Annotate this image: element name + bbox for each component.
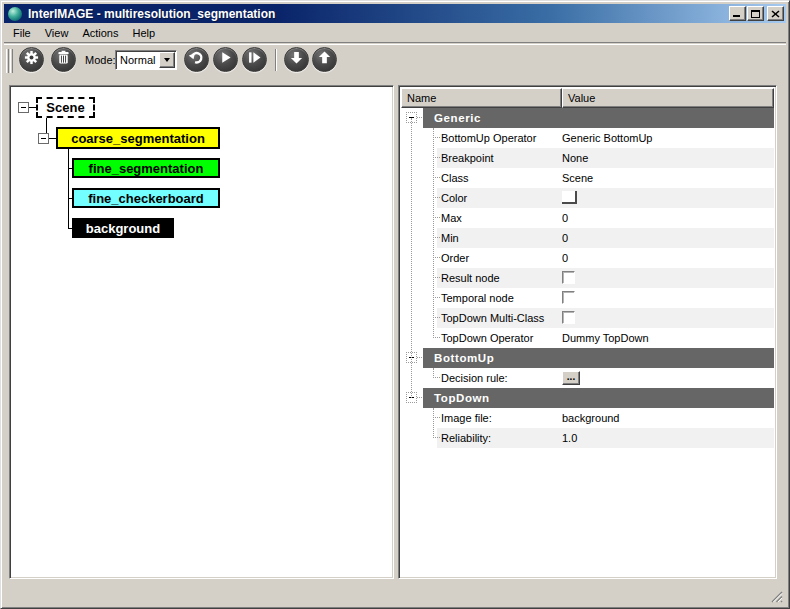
property-row: TopDown OperatorDummy TopDown [401, 328, 774, 348]
tree-node-coarse_segmentation[interactable]: coarse_segmentation [56, 127, 220, 149]
property-row: Color [401, 188, 774, 208]
tree-dotted-connector [433, 257, 440, 258]
property-row: Order0 [401, 248, 774, 268]
toolbar-grip[interactable] [10, 49, 13, 73]
tree-connector [29, 107, 36, 108]
property-name: Max [441, 212, 462, 224]
download-button[interactable] [284, 47, 309, 72]
app-icon [8, 7, 22, 21]
delete-button[interactable] [51, 47, 76, 72]
property-row: Temporal node [401, 288, 774, 308]
row-background [437, 208, 774, 228]
tree-dotted-connector [433, 137, 440, 138]
property-row: Result node [401, 268, 774, 288]
row-background [437, 188, 774, 208]
property-value: Generic BottomUp [562, 132, 652, 144]
section-title: Generic [423, 108, 774, 128]
mode-dropdown[interactable]: Normal [115, 50, 177, 70]
tree-dotted-connector [433, 377, 440, 378]
tree-collapse-toggle[interactable] [38, 133, 49, 144]
property-row: Reliability:1.0 [401, 428, 774, 448]
property-value: 0 [562, 252, 568, 264]
property-name: Temporal node [441, 292, 514, 304]
property-value: background [562, 412, 620, 424]
close-button[interactable] [767, 6, 784, 21]
tree-connector [68, 149, 69, 229]
property-panel: Name Value GenericBottomUp OperatorGener… [398, 85, 777, 579]
property-name: Class [441, 172, 469, 184]
browse-button[interactable]: ... [562, 371, 580, 385]
property-name: TopDown Operator [441, 332, 533, 344]
settings-button[interactable] [19, 47, 44, 72]
maximize-button[interactable] [747, 6, 764, 21]
property-row: TopDown Multi-Class [401, 308, 774, 328]
row-background [437, 228, 774, 248]
section-title: TopDown [423, 388, 774, 408]
color-swatch[interactable] [562, 191, 577, 204]
tree-dotted-connector [433, 177, 440, 178]
property-name: Min [441, 232, 459, 244]
back-icon [189, 50, 204, 69]
property-name: Color [441, 192, 467, 204]
tree-dotted-connector [433, 197, 440, 198]
titlebar[interactable]: InterIMAGE - multiresolution_segmentatio… [4, 4, 786, 23]
download-icon [289, 50, 304, 69]
property-row: Max0 [401, 208, 774, 228]
tree-collapse-toggle[interactable] [18, 102, 29, 113]
mode-dropdown-value: Normal [116, 51, 159, 69]
property-name: BottomUp Operator [441, 132, 536, 144]
window-title: InterIMAGE - multiresolution_segmentatio… [28, 7, 275, 21]
menu-item-file[interactable]: File [13, 27, 31, 39]
property-checkbox[interactable] [562, 291, 575, 304]
property-name: Result node [441, 272, 500, 284]
property-value: None [562, 152, 588, 164]
upload-button[interactable] [312, 47, 337, 72]
property-row: Image file:background [401, 408, 774, 428]
column-header-name[interactable]: Name [401, 88, 562, 108]
tree-dotted-connector [433, 337, 440, 338]
upload-icon [317, 50, 332, 69]
run-icon [218, 50, 233, 69]
property-checkbox[interactable] [562, 271, 575, 284]
run-button[interactable] [213, 47, 238, 72]
minimize-button[interactable] [729, 6, 746, 21]
property-name: Order [441, 252, 469, 264]
tree-dotted-connector [433, 217, 440, 218]
toolbar-grip[interactable] [6, 49, 9, 73]
property-checkbox[interactable] [562, 311, 575, 324]
section-row-bottomup: BottomUp [401, 348, 774, 368]
mode-dropdown-button[interactable] [159, 52, 175, 68]
property-name: TopDown Multi-Class [441, 312, 544, 324]
property-table-body: GenericBottomUp OperatorGeneric BottomUp… [401, 108, 774, 576]
column-header-value[interactable]: Value [562, 88, 774, 108]
tree-node-fine_segmentation[interactable]: fine_segmentation [72, 158, 220, 178]
mode-label: Mode: [85, 54, 116, 66]
tree-node-background[interactable]: background [72, 218, 174, 238]
back-button[interactable] [184, 47, 209, 72]
menu-item-actions[interactable]: Actions [82, 27, 118, 39]
statusbar [4, 580, 786, 605]
tree-canvas: Scenecoarse_segmentationfine_segmentatio… [12, 88, 391, 576]
property-name: Image file: [441, 412, 492, 424]
property-row: Min0 [401, 228, 774, 248]
step-button[interactable] [242, 47, 267, 72]
property-name: Breakpoint [441, 152, 494, 164]
menu-item-help[interactable]: Help [132, 27, 155, 39]
chevron-down-icon [164, 58, 170, 62]
property-row: ClassScene [401, 168, 774, 188]
property-value: Scene [562, 172, 593, 184]
resize-grip-icon[interactable] [769, 589, 783, 603]
minimize-icon [733, 15, 740, 17]
property-value: Dummy TopDown [562, 332, 649, 344]
property-value: 1.0 [562, 432, 577, 444]
property-row: BottomUp OperatorGeneric BottomUp [401, 128, 774, 148]
menu-item-view[interactable]: View [45, 27, 69, 39]
tree-node-scene[interactable]: Scene [36, 97, 95, 118]
window-controls [728, 6, 784, 21]
toolbar-separator [275, 49, 277, 71]
maximize-icon [751, 10, 760, 18]
row-background [437, 248, 774, 268]
settings-icon [24, 50, 39, 69]
tree-dotted-connector [433, 437, 440, 438]
tree-node-fine_checkerboard[interactable]: fine_checkerboard [72, 188, 220, 208]
